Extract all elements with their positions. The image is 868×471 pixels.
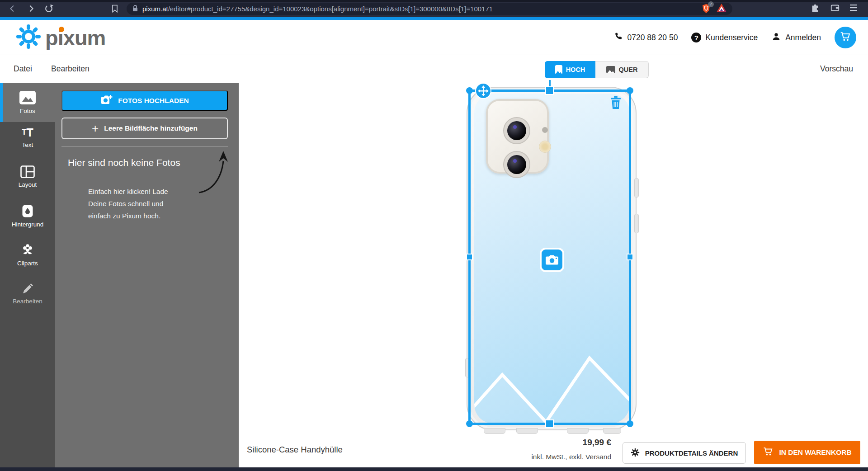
phone-number: 0720 88 20 50 bbox=[627, 33, 678, 42]
person-icon bbox=[771, 32, 781, 44]
sidebar-item-fotos[interactable]: Fotos bbox=[0, 83, 55, 122]
pixum-logo[interactable]: pixum bbox=[15, 20, 105, 55]
cart-icon bbox=[763, 446, 774, 459]
url-path: /editor#product_id=27755&design_id=10002… bbox=[168, 5, 493, 13]
camera-plus-icon bbox=[100, 94, 113, 107]
camera-lens bbox=[503, 151, 530, 178]
url-separator bbox=[696, 5, 696, 12]
help-icon: ? bbox=[691, 33, 701, 42]
sidebar-item-text[interactable]: TT Text bbox=[0, 127, 55, 159]
camera-lens bbox=[503, 117, 530, 144]
change-product-details-button[interactable]: PRODUKTDETAILS ÄNDERN bbox=[623, 442, 746, 464]
camera-module bbox=[486, 99, 549, 174]
case-side-button bbox=[465, 358, 470, 377]
upload-photos-button[interactable]: FOTOS HOCHLADEN bbox=[61, 90, 228, 111]
add-to-cart-button[interactable]: IN DEN WARENKORB bbox=[754, 441, 860, 464]
case-side-button bbox=[634, 178, 639, 198]
orientation-landscape-button[interactable]: QUER bbox=[595, 61, 649, 78]
background-icon bbox=[0, 204, 55, 218]
landscape-image-icon bbox=[606, 66, 615, 73]
sidebar-label: Cliparts bbox=[17, 260, 38, 267]
active-indicator bbox=[0, 83, 3, 122]
sidebar-label: Bearbeiten bbox=[13, 298, 42, 305]
browser-reload-icon[interactable] bbox=[43, 3, 54, 14]
product-price: 19,99 € bbox=[521, 438, 611, 447]
login-label: Anmelden bbox=[785, 33, 821, 42]
add-photo-placeholder-icon[interactable] bbox=[540, 248, 564, 272]
case-bottom-cutout bbox=[484, 428, 505, 434]
bottom-edge-strip bbox=[0, 467, 868, 471]
logo-i-dot bbox=[59, 27, 64, 32]
sidebar-label: Hintergrund bbox=[12, 221, 44, 228]
browser-back-icon[interactable] bbox=[7, 3, 18, 14]
curved-arrow-icon bbox=[198, 151, 228, 196]
sidebar-item-bearbeiten[interactable]: Bearbeiten bbox=[0, 282, 55, 315]
sidebar-item-layout[interactable]: Layout bbox=[0, 165, 55, 198]
extensions-icon[interactable] bbox=[810, 3, 820, 14]
case-bottom-cutout bbox=[603, 428, 621, 434]
site-header: pixum 0720 88 20 50 ? Kundenservice Anme… bbox=[0, 20, 868, 55]
sidebar-label: Fotos bbox=[20, 108, 35, 114]
photos-panel: FOTOS HOCHLADEN + Leere Bildfläche hinzu… bbox=[55, 83, 239, 467]
case-bottom-cutout bbox=[567, 428, 589, 434]
case-side-button bbox=[634, 214, 639, 233]
brave-rewards-icon[interactable] bbox=[716, 3, 727, 14]
lock-icon bbox=[132, 5, 138, 13]
sidebar-item-cliparts[interactable]: Cliparts bbox=[0, 243, 55, 276]
tax-note: inkl. MwSt., exkl. Versand bbox=[521, 453, 611, 461]
empty-state-title: Hier sind noch keine Fotos bbox=[68, 157, 180, 168]
orientation-portrait-button[interactable]: HOCH bbox=[545, 61, 595, 78]
shield-badge: 7 bbox=[708, 1, 714, 7]
camera-flash bbox=[539, 141, 551, 153]
browser-chrome: pixum.at/editor#product_id=27755&design_… bbox=[0, 0, 868, 17]
portrait-image-icon bbox=[555, 65, 562, 74]
customer-service-label: Kundenservice bbox=[705, 33, 758, 42]
sidebar-item-hintergrund[interactable]: Hintergrund bbox=[0, 204, 55, 237]
phone-icon bbox=[613, 32, 623, 43]
design-canvas[interactable] bbox=[239, 83, 868, 435]
editor-toolbar: Datei Bearbeiten HOCH QUER − bbox=[0, 55, 868, 83]
cliparts-flower-icon bbox=[0, 243, 55, 257]
menu-hamburger-icon[interactable] bbox=[850, 4, 859, 14]
cart-button[interactable] bbox=[835, 27, 856, 48]
bookmark-icon[interactable] bbox=[109, 3, 120, 14]
phone-case bbox=[467, 87, 637, 430]
login-link[interactable]: Anmelden bbox=[771, 32, 821, 44]
orientation-toggle: HOCH QUER bbox=[545, 61, 649, 78]
pencil-icon bbox=[0, 282, 55, 295]
wallet-icon[interactable] bbox=[830, 3, 840, 14]
url-host: pixum.at bbox=[142, 5, 168, 13]
product-bar: Silicone-Case Handyhülle 19,99 € inkl. M… bbox=[239, 435, 868, 467]
menu-datei[interactable]: Datei bbox=[14, 64, 32, 74]
case-bottom-cutout bbox=[516, 428, 538, 434]
plus-icon: + bbox=[92, 124, 99, 133]
microphone-dot bbox=[542, 127, 548, 133]
add-blank-image-button[interactable]: + Leere Bildfläche hinzufügen bbox=[61, 118, 228, 139]
sidebar-label: Text bbox=[22, 141, 33, 148]
pixum-editor-window: pixum.at/editor#product_id=27755&design_… bbox=[0, 0, 868, 471]
selection-handle-bottom-left[interactable] bbox=[466, 420, 473, 427]
url-bar[interactable]: pixum.at/editor#product_id=27755&design_… bbox=[127, 3, 732, 15]
price-block: 19,99 € inkl. MwSt., exkl. Versand bbox=[521, 438, 611, 461]
pixum-logo-icon bbox=[15, 24, 42, 52]
panel-divider bbox=[61, 146, 228, 147]
product-name: Silicone-Case Handyhülle bbox=[247, 445, 343, 455]
selection-handle-top-left[interactable] bbox=[466, 87, 473, 94]
empty-state-hint: Einfach hier klicken! Lade Deine Fotos s… bbox=[88, 185, 168, 222]
customer-service-link[interactable]: ? Kundenservice bbox=[691, 33, 758, 42]
cart-icon bbox=[840, 31, 851, 45]
pixum-logo-text: pixum bbox=[45, 25, 105, 50]
gear-icon bbox=[631, 448, 640, 458]
menu-bearbeiten[interactable]: Bearbeiten bbox=[51, 64, 90, 74]
preview-button[interactable]: Vorschau bbox=[820, 64, 853, 74]
phone-contact[interactable]: 0720 88 20 50 bbox=[613, 32, 678, 43]
sidebar-label: Layout bbox=[19, 181, 37, 188]
browser-forward-icon[interactable] bbox=[25, 3, 36, 14]
editor-sidebar: Fotos TT Text Layout Hintergrund bbox=[0, 83, 55, 467]
brave-shield-icon[interactable]: 7 bbox=[701, 3, 712, 14]
layout-icon bbox=[0, 165, 55, 178]
text-icon: TT bbox=[0, 127, 55, 138]
photos-icon bbox=[0, 91, 55, 104]
